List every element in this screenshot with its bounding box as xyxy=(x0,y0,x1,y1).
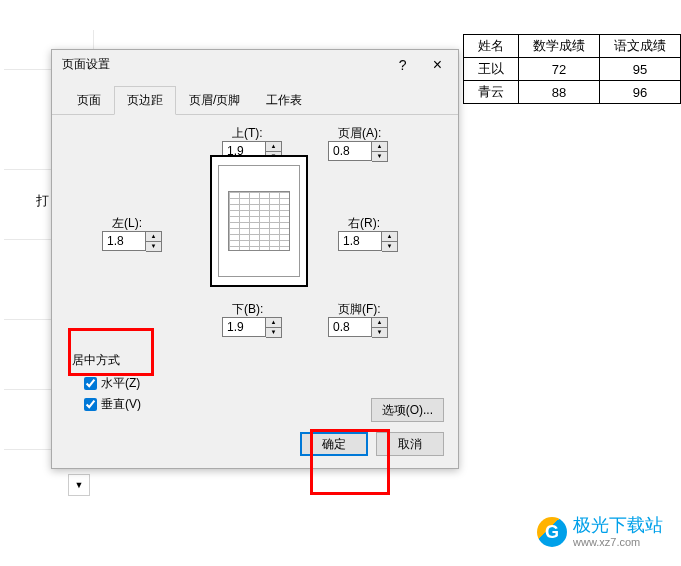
close-button[interactable]: × xyxy=(427,57,448,73)
right-margin-spinner[interactable]: ▲▼ xyxy=(382,231,398,252)
up-arrow-icon[interactable]: ▲ xyxy=(372,318,387,328)
down-arrow-icon[interactable]: ▼ xyxy=(382,242,397,251)
left-margin-input-group: ▲▼ xyxy=(102,231,162,252)
horizontal-checkbox-row[interactable]: 水平(Z) xyxy=(84,375,438,392)
up-arrow-icon[interactable]: ▲ xyxy=(266,142,281,152)
tab-margins[interactable]: 页边距 xyxy=(114,86,176,115)
background-text: 打 xyxy=(36,192,49,210)
background-dropdown-icon: ▼ xyxy=(68,474,90,496)
watermark-url: www.xz7.com xyxy=(573,536,663,548)
footer-margin-input-group: ▲▼ xyxy=(328,317,388,338)
center-method-title: 居中方式 xyxy=(72,352,438,369)
left-margin-spinner[interactable]: ▲▼ xyxy=(146,231,162,252)
right-margin-label: 右(R): xyxy=(348,215,380,232)
tab-worksheet[interactable]: 工作表 xyxy=(253,86,315,115)
header-margin-input[interactable] xyxy=(328,141,372,161)
bottom-margin-label: 下(B): xyxy=(232,301,263,318)
table-header: 语文成绩 xyxy=(600,35,681,58)
logo-icon: G xyxy=(537,517,567,547)
watermark-name: 极光下载站 xyxy=(573,516,663,536)
data-table: 姓名 数学成绩 语文成绩 王以 72 95 青云 88 96 xyxy=(463,34,681,104)
left-margin-label: 左(L): xyxy=(112,215,142,232)
right-margin-input-group: ▲▼ xyxy=(338,231,398,252)
cancel-button[interactable]: 取消 xyxy=(376,432,444,456)
up-arrow-icon[interactable]: ▲ xyxy=(372,142,387,152)
table-header: 姓名 xyxy=(464,35,519,58)
down-arrow-icon[interactable]: ▼ xyxy=(372,152,387,161)
footer-margin-spinner[interactable]: ▲▼ xyxy=(372,317,388,338)
header-margin-label: 页眉(A): xyxy=(338,125,381,142)
right-margin-input[interactable] xyxy=(338,231,382,251)
dialog-title: 页面设置 xyxy=(62,56,110,73)
tab-header-footer[interactable]: 页眉/页脚 xyxy=(176,86,253,115)
footer-margin-label: 页脚(F): xyxy=(338,301,381,318)
bottom-margin-spinner[interactable]: ▲▼ xyxy=(266,317,282,338)
up-arrow-icon[interactable]: ▲ xyxy=(382,232,397,242)
tab-page[interactable]: 页面 xyxy=(64,86,114,115)
bottom-margin-input-group: ▲▼ xyxy=(222,317,282,338)
header-margin-spinner[interactable]: ▲▼ xyxy=(372,141,388,162)
dialog-titlebar: 页面设置 ? × xyxy=(52,50,458,79)
up-arrow-icon[interactable]: ▲ xyxy=(146,232,161,242)
page-setup-dialog: 页面设置 ? × 页面 页边距 页眉/页脚 工作表 上(T): ▲▼ 页眉(A)… xyxy=(51,49,459,469)
tab-bar: 页面 页边距 页眉/页脚 工作表 xyxy=(52,85,458,115)
table-row: 青云 88 96 xyxy=(464,81,681,104)
options-button[interactable]: 选项(O)... xyxy=(371,398,444,422)
top-margin-label: 上(T): xyxy=(232,125,263,142)
help-button[interactable]: ? xyxy=(399,57,407,73)
table-header: 数学成绩 xyxy=(519,35,600,58)
header-margin-input-group: ▲▼ xyxy=(328,141,388,162)
table-row: 王以 72 95 xyxy=(464,58,681,81)
left-margin-input[interactable] xyxy=(102,231,146,251)
footer-margin-input[interactable] xyxy=(328,317,372,337)
down-arrow-icon[interactable]: ▼ xyxy=(146,242,161,251)
down-arrow-icon[interactable]: ▼ xyxy=(372,328,387,337)
watermark: G 极光下载站 www.xz7.com xyxy=(537,516,663,548)
horizontal-checkbox-label: 水平(Z) xyxy=(101,375,140,392)
vertical-checkbox[interactable] xyxy=(84,398,97,411)
down-arrow-icon[interactable]: ▼ xyxy=(266,328,281,337)
vertical-checkbox-label: 垂直(V) xyxy=(101,396,141,413)
ok-button[interactable]: 确定 xyxy=(300,432,368,456)
preview-grid xyxy=(228,191,290,251)
bottom-margin-input[interactable] xyxy=(222,317,266,337)
page-preview xyxy=(210,155,308,287)
up-arrow-icon[interactable]: ▲ xyxy=(266,318,281,328)
horizontal-checkbox[interactable] xyxy=(84,377,97,390)
